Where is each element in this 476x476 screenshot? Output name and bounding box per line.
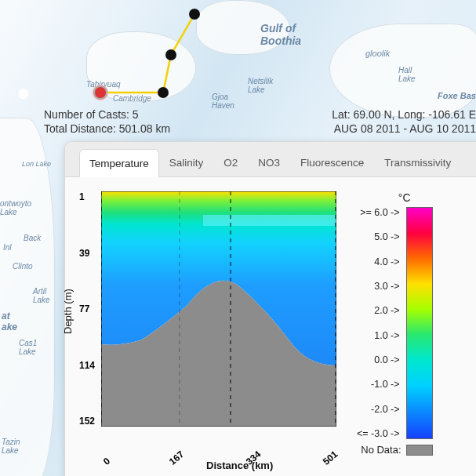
cast-point[interactable]	[165, 49, 176, 60]
colorbar-ticks: >= 6.0 -> 5.0 -> 4.0 -> 3.0 -> 2.0 -> 1.…	[357, 207, 400, 439]
section-chart	[101, 191, 336, 427]
svg-rect-1	[203, 215, 336, 226]
tab-transmissivity[interactable]: Transmissivity	[374, 148, 461, 176]
casts-count: Number of Casts: 5	[44, 108, 170, 121]
plot-area: 1 39 77 114 152 0 167 334 501	[101, 191, 336, 456]
tab-salinity[interactable]: Salinity	[159, 148, 214, 176]
y-ticks: 1 39 77 114 152	[79, 191, 95, 427]
map-label: Clinto	[13, 262, 33, 271]
date-range: AUG 08 2011 - AUG 10 2011	[332, 122, 476, 135]
cast-point-start[interactable]	[95, 87, 106, 98]
nodata-swatch	[406, 445, 433, 456]
map-label: Inl	[3, 243, 12, 252]
colorbar-unit: °C	[398, 191, 433, 204]
variable-tabs: Temperature Salinity O2 NO3 Fluorescence…	[65, 142, 476, 177]
map-label: at ake	[2, 311, 17, 332]
map-label: Artil Lake	[33, 287, 50, 304]
app-root: Gulf of Boothia gloolik Hall Lake Foxe B…	[0, 0, 476, 476]
colorbar: °C >= 6.0 -> 5.0 -> 4.0 -> 3.0 -> 2.0 ->…	[357, 191, 433, 456]
map-label: Lon Lake	[22, 160, 51, 168]
map-label: Back	[24, 234, 41, 242]
latlong: Lat: 69.00 N, Long: -106.61 E	[332, 108, 476, 121]
meta-info: Number of Casts: 5 Total Distance: 501.0…	[44, 108, 476, 141]
map-label: ontwoyto Lake	[0, 199, 31, 216]
tab-temperature[interactable]: Temperature	[79, 149, 159, 177]
section-panel: Temperature Salinity O2 NO3 Fluorescence…	[64, 141, 476, 476]
map-label: Cas1 Lake	[19, 339, 37, 356]
cast-point[interactable]	[158, 87, 169, 98]
x-ticks: 0 167 334 501	[101, 459, 336, 470]
colorbar-bar	[406, 207, 433, 439]
cast-point[interactable]	[189, 9, 200, 20]
nodata-legend: No Data:	[361, 444, 432, 456]
map-label: Tazin Lake	[2, 438, 20, 455]
tab-o2[interactable]: O2	[213, 148, 248, 176]
plot-wrap: Depth (m) Distance (km) 1 39 77 114 152 …	[65, 177, 476, 468]
y-axis-label: Depth (m)	[62, 289, 74, 334]
tab-no3[interactable]: NO3	[248, 148, 290, 176]
total-distance: Total Distance: 501.08 km	[44, 122, 170, 135]
tab-fluorescence[interactable]: Fluorescence	[290, 148, 374, 176]
